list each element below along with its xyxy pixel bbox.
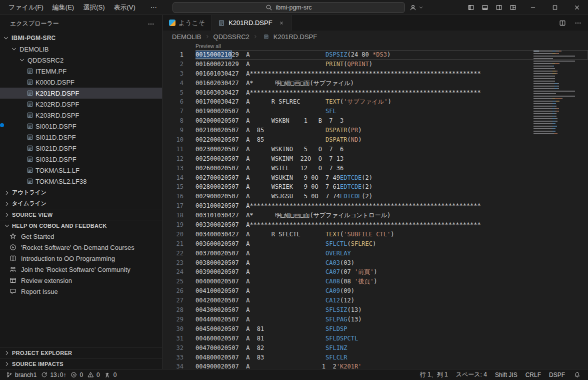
- tree-item-si011d-dspf[interactable]: SI011D.DSPF: [0, 132, 162, 143]
- status-cursor-position[interactable]: 行 1、列 1: [420, 370, 448, 379]
- breadcrumb-item-2[interactable]: K201RD.DSPF: [272, 33, 318, 41]
- code-line-1[interactable]: 001500021029 A DSPSIZ(24 80 *DS3): [196, 50, 588, 60]
- breadcrumb-item-0[interactable]: DEMOLIB: [171, 33, 202, 41]
- code-token: DSPSIZ: [326, 51, 347, 58]
- status-indentation[interactable]: スペース: 4: [456, 370, 487, 379]
- window-minimize-button[interactable]: [522, 0, 544, 15]
- status-eol[interactable]: CRLF: [526, 371, 541, 378]
- code-line-6[interactable]: 001700030427 A R SFLREC TEXT('サブファイル'): [196, 97, 588, 107]
- code-line-5[interactable]: 001603030427 A**************************…: [196, 88, 588, 98]
- status-broadcast[interactable]: 0: [104, 371, 117, 379]
- code-line-15[interactable]: 002800020507 A WSRIEK 9 0O 7 61EDTCDE(2): [196, 182, 588, 192]
- tree-item-si031d-dspf[interactable]: SI031D.DSPF: [0, 154, 162, 165]
- tab-close-button[interactable]: [278, 19, 286, 27]
- status-encoding[interactable]: Shift JIS: [495, 371, 518, 378]
- explorer-more-actions-button[interactable]: [144, 18, 157, 30]
- code-line-18[interactable]: 003101030427 A* 明□細□画□面(サブファイルコントロール): [196, 211, 588, 220]
- layout-custom-button[interactable]: [506, 2, 519, 14]
- code-line-34[interactable]: 004900020507 A 1 2'K201R': [196, 362, 588, 369]
- status-warnings[interactable]: 0: [86, 371, 100, 379]
- code-line-11[interactable]: 002300020507 A WSKINO 5 O 7 6: [196, 145, 588, 154]
- tree-item-k202rd-dspf[interactable]: K202RD.DSPF: [0, 99, 162, 110]
- code-line-4[interactable]: 001602030427 A* 明□細□画□面(サブファイル): [196, 79, 588, 88]
- code-line-27[interactable]: 004200020507 A CA12(12): [196, 296, 588, 305]
- breadcrumb-item-1[interactable]: QDDSSRC2: [212, 33, 250, 41]
- code-line-2[interactable]: 001600021029 A PRINT(QPRINT): [196, 60, 588, 69]
- editor-more-actions-button[interactable]: [572, 17, 584, 29]
- tree-item-k000d-dspf[interactable]: K000D.DSPF: [0, 77, 162, 88]
- menu-more-button[interactable]: ⋯: [147, 2, 160, 13]
- help-item-report-issue[interactable]: Report Issue: [0, 286, 162, 297]
- code-line-28[interactable]: 004300020507 A SFLSIZ(13): [196, 305, 588, 315]
- section-source-view[interactable]: SOURCE VIEW: [0, 209, 162, 220]
- code-line-33[interactable]: 004800020507 A 83 SFLCLR: [196, 353, 588, 362]
- minimap[interactable]: [534, 51, 581, 136]
- code-line-21[interactable]: 003600020507 A SFLCTL(SFLREC): [196, 239, 588, 249]
- split-editor-button[interactable]: [556, 17, 568, 29]
- section-アウトライン[interactable]: アウトライン: [0, 187, 162, 198]
- status-errors[interactable]: 0: [70, 371, 83, 379]
- status-branch[interactable]: branch1: [5, 371, 36, 379]
- section-help-on-cobol-and-feedback[interactable]: HELP ON COBOL AND FEEDBACK: [0, 220, 162, 231]
- menu-item-3[interactable]: 表示(V): [110, 2, 140, 13]
- code-line-25[interactable]: 004000020507 A CA08(08 '後頁'): [196, 277, 588, 286]
- tree-item-k203rd-dspf[interactable]: K203RD.DSPF: [0, 110, 162, 121]
- code-line-24[interactable]: 003900020507 A CA07(07 '前頁'): [196, 267, 588, 277]
- code-line-19[interactable]: 003300020507 A**************************…: [196, 220, 588, 230]
- code-token: 004700020507 A 82: [196, 344, 326, 351]
- menu-item-2[interactable]: 選択(S): [78, 2, 109, 13]
- menu-item-0[interactable]: ファイル(F): [4, 2, 48, 13]
- code-line-9[interactable]: 002100020507 A 85 DSPATR(PR): [196, 126, 588, 135]
- code-line-30[interactable]: 004500020507 A 81 SFLDSP: [196, 324, 588, 334]
- code-line-3[interactable]: 001601030427 A**************************…: [196, 69, 588, 79]
- code-line-13[interactable]: 002600020507 A WSTEL 12 O 7 36: [196, 164, 588, 173]
- line-number: 16: [163, 192, 196, 201]
- window-maximize-button[interactable]: [544, 0, 566, 15]
- tree-item-ibmi-pgm-src[interactable]: IBMI-PGM-SRC: [0, 33, 162, 44]
- code-line-22[interactable]: 003700020507 A OVERLAY: [196, 249, 588, 258]
- tree-item-tokmasl2-lf38[interactable]: TOKMASL2.LF38: [0, 176, 162, 187]
- tab-k201rd-dspf[interactable]: K201RD.DSPF: [212, 15, 292, 31]
- status-notifications[interactable]: [573, 371, 581, 379]
- layout-panel-button[interactable]: [478, 2, 491, 14]
- code-line-16[interactable]: 002900020507 A WSJGSU 5 0O 7 74EDTCDE(2): [196, 192, 588, 201]
- search-input[interactable]: ibmi-pgm-src: [172, 2, 405, 13]
- code-line-29[interactable]: 004400020507 A SFLPAG(13): [196, 315, 588, 324]
- layout-sidebar-right-button[interactable]: [492, 2, 505, 14]
- help-item-join-the-rocket-software-community[interactable]: Join the 'Rocket Software' Community: [0, 264, 162, 275]
- layout-sidebar-left-button[interactable]: [464, 2, 477, 14]
- help-item-introduction-to-oo-programming[interactable]: Introduction to OO Programming: [0, 253, 162, 264]
- tree-item-si001d-dspf[interactable]: SI001D.DSPF: [0, 121, 162, 132]
- code-line-7[interactable]: 001900020507 A SFL: [196, 107, 588, 116]
- tab-bar: ようこそK201RD.DSPF: [163, 15, 292, 31]
- code-line-14[interactable]: 002700020507 A WSUKIN 9 0O 7 49EDTCDE(2): [196, 173, 588, 183]
- status-language-mode[interactable]: DSPF: [549, 371, 565, 378]
- status-sync[interactable]: 13↓0↑: [40, 371, 66, 379]
- help-item-get-started[interactable]: Get Started: [0, 231, 162, 242]
- account-button[interactable]: [409, 2, 425, 14]
- help-item-rocket-software-on-demand-courses[interactable]: 'Rocket Software' On-Demand Courses: [0, 242, 162, 253]
- tree-item-k201rd-dspf[interactable]: K201RD.DSPF: [0, 88, 162, 99]
- section-source-impacts[interactable]: SOURCE IMPACTS: [0, 358, 162, 369]
- tab-ようこそ[interactable]: ようこそ: [163, 15, 212, 31]
- code-line-17[interactable]: 003100020507 A**************************…: [196, 201, 588, 211]
- code-line-12[interactable]: 002500020507 A WSKINM 22O O 7 13: [196, 154, 588, 164]
- codelens-preview-all[interactable]: Preview all: [196, 43, 588, 50]
- code-line-8[interactable]: 002000020507 A WSKBN 1 B 7 3: [196, 116, 588, 126]
- code-line-31[interactable]: 004600020507 A 81 SFLDSPCTL: [196, 334, 588, 343]
- code-line-10[interactable]: 002200020507 A 85 DSPATR(ND): [196, 135, 588, 145]
- tree-item-itemm-pf[interactable]: ITEMM.PF: [0, 66, 162, 77]
- code-line-32[interactable]: 004700020507 A 82 SFLINZ: [196, 343, 588, 353]
- menu-item-1[interactable]: 編集(E): [48, 2, 78, 13]
- help-item-review-extension[interactable]: Review extension: [0, 275, 162, 286]
- window-close-button[interactable]: [566, 0, 588, 15]
- tree-item-tokmasl1-lf[interactable]: TOKMASL1.LF: [0, 165, 162, 176]
- section-project-explorer[interactable]: PROJECT EXPLORER: [0, 347, 162, 358]
- code-line-23[interactable]: 003800020507 A CA03(03): [196, 258, 588, 268]
- code-line-20[interactable]: 003400030427 A R SFLCTL TEXT('SUBFILE CT…: [196, 230, 588, 239]
- section-タイムライン[interactable]: タイムライン: [0, 198, 162, 209]
- code-line-26[interactable]: 004100020507 A CA09(09): [196, 286, 588, 296]
- tree-item-demolib[interactable]: DEMOLIB: [0, 44, 162, 55]
- tree-item-qddssrc2[interactable]: QDDSSRC2: [0, 55, 162, 66]
- tree-item-si021d-dspf[interactable]: SI021D.DSPF: [0, 143, 162, 154]
